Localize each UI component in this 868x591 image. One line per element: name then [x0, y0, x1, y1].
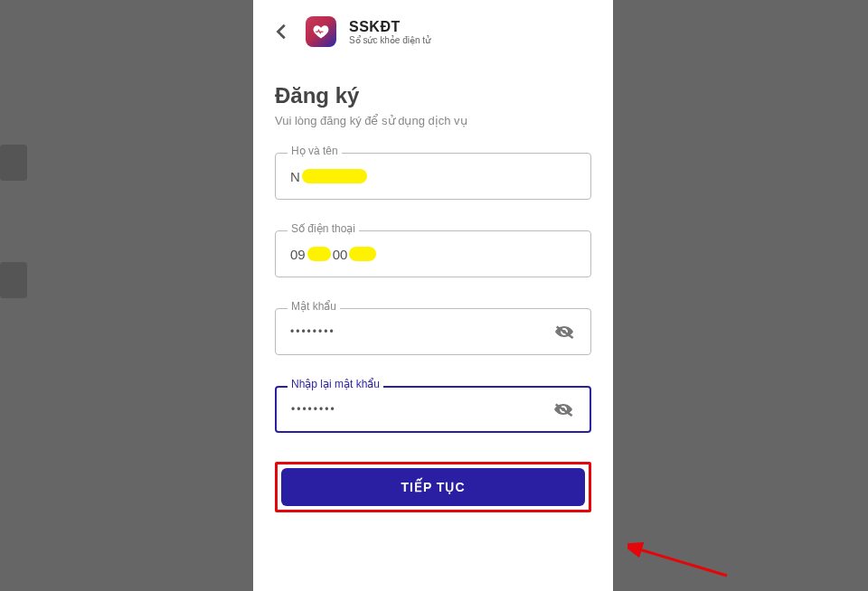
- background-decoration: [0, 145, 27, 181]
- phone-redaction: [307, 247, 331, 261]
- phone-redaction: [349, 247, 376, 261]
- confirm-password-label: Nhập lại mật khẩu: [288, 378, 383, 390]
- app-header: SSKĐT Sổ sức khỏe điện tử: [253, 0, 613, 56]
- confirm-password-field: Nhập lại mật khẩu ••••••••: [275, 386, 591, 433]
- phone-field: Số điện thoại 09 00: [275, 230, 591, 277]
- page-title: Đăng ký: [275, 83, 591, 108]
- submit-highlight-annotation: TIẾP TỤC: [275, 462, 591, 512]
- toggle-confirm-password-visibility[interactable]: [552, 398, 575, 421]
- submit-label: TIẾP TỤC: [401, 480, 465, 494]
- fullname-value-prefix: N: [290, 169, 300, 184]
- password-label: Mật khẩu: [288, 300, 340, 313]
- fullname-input[interactable]: N: [275, 153, 591, 200]
- heart-health-icon: [312, 23, 330, 41]
- app-title-block: SSKĐT Sổ sức khỏe điện tử: [349, 19, 430, 45]
- phone-input[interactable]: 09 00: [275, 230, 591, 277]
- fullname-field: Họ và tên N: [275, 153, 591, 200]
- password-value: ••••••••: [290, 325, 552, 338]
- background-decoration: [0, 262, 27, 298]
- submit-button[interactable]: TIẾP TỤC: [281, 468, 585, 506]
- app-name: SSKĐT: [349, 19, 430, 35]
- app-icon: [306, 16, 336, 47]
- annotation-arrow: [627, 517, 736, 580]
- eye-off-icon: [552, 399, 574, 420]
- back-button[interactable]: [271, 21, 293, 42]
- phone-value-part2: 00: [333, 247, 348, 262]
- phone-screen: SSKĐT Sổ sức khỏe điện tử Đăng ký Vui lò…: [253, 0, 613, 591]
- password-input[interactable]: ••••••••: [275, 308, 591, 355]
- toggle-password-visibility[interactable]: [552, 320, 576, 343]
- form-content: Đăng ký Vui lòng đăng ký để sử dụng dịch…: [253, 56, 613, 527]
- fullname-label: Họ và tên: [288, 145, 342, 157]
- phone-value-part1: 09: [290, 247, 306, 262]
- confirm-password-input[interactable]: ••••••••: [275, 386, 591, 433]
- svg-line-2: [637, 549, 727, 576]
- phone-label: Số điện thoại: [288, 222, 359, 235]
- fullname-redaction: [302, 169, 367, 183]
- chevron-left-icon: [272, 22, 292, 42]
- app-subtitle: Sổ sức khỏe điện tử: [349, 35, 430, 45]
- page-subtitle: Vui lòng đăng ký để sử dụng dịch vụ: [275, 114, 591, 127]
- password-field: Mật khẩu ••••••••: [275, 308, 591, 355]
- eye-off-icon: [553, 321, 575, 342]
- confirm-password-value: ••••••••: [291, 403, 552, 416]
